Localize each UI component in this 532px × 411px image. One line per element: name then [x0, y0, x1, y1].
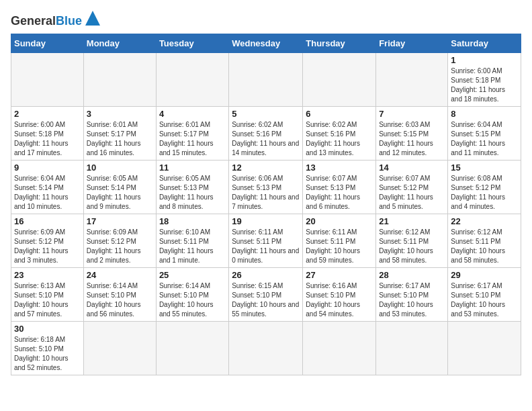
- weekday-header-sunday: Sunday: [11, 34, 84, 53]
- calendar-cell: 5Sunrise: 6:02 AM Sunset: 5:16 PM Daylig…: [229, 107, 303, 161]
- calendar-cell: 22Sunrise: 6:12 AM Sunset: 5:11 PM Dayli…: [448, 214, 521, 268]
- calendar-cell: 8Sunrise: 6:04 AM Sunset: 5:15 PM Daylig…: [448, 107, 521, 161]
- calendar-cell: 25Sunrise: 6:14 AM Sunset: 5:10 PM Dayli…: [156, 268, 228, 322]
- calendar-cell: 15Sunrise: 6:08 AM Sunset: 5:12 PM Dayli…: [448, 161, 521, 214]
- calendar-cell: [83, 53, 156, 107]
- day-number: 15: [451, 163, 518, 173]
- day-number: 5: [232, 109, 300, 119]
- calendar-cell: 30Sunrise: 6:18 AM Sunset: 5:10 PM Dayli…: [11, 322, 84, 375]
- calendar-cell: 14Sunrise: 6:07 AM Sunset: 5:12 PM Dayli…: [376, 161, 448, 214]
- day-info: Sunrise: 6:12 AM Sunset: 5:11 PM Dayligh…: [379, 228, 445, 265]
- calendar-cell: 11Sunrise: 6:05 AM Sunset: 5:13 PM Dayli…: [156, 161, 228, 214]
- day-number: 30: [14, 324, 81, 334]
- page-header: GeneralBlue: [11, 11, 521, 27]
- calendar-cell: [448, 322, 521, 375]
- weekday-header-saturday: Saturday: [448, 34, 521, 53]
- calendar-cell: 13Sunrise: 6:07 AM Sunset: 5:13 PM Dayli…: [303, 161, 376, 214]
- day-info: Sunrise: 6:08 AM Sunset: 5:12 PM Dayligh…: [451, 174, 518, 212]
- logo-icon: [85, 11, 100, 26]
- calendar-cell: 24Sunrise: 6:14 AM Sunset: 5:10 PM Dayli…: [83, 268, 156, 322]
- calendar-cell: 1Sunrise: 6:00 AM Sunset: 5:18 PM Daylig…: [448, 53, 521, 107]
- day-info: Sunrise: 6:05 AM Sunset: 5:14 PM Dayligh…: [87, 174, 153, 212]
- calendar-cell: 16Sunrise: 6:09 AM Sunset: 5:12 PM Dayli…: [11, 214, 84, 268]
- day-number: 13: [306, 163, 373, 173]
- day-number: 2: [14, 109, 81, 119]
- day-number: 25: [159, 270, 226, 280]
- calendar-cell: 18Sunrise: 6:10 AM Sunset: 5:11 PM Dayli…: [156, 214, 228, 268]
- day-number: 18: [159, 216, 226, 226]
- day-number: 16: [14, 216, 81, 226]
- day-info: Sunrise: 6:06 AM Sunset: 5:13 PM Dayligh…: [232, 174, 300, 212]
- day-info: Sunrise: 6:02 AM Sunset: 5:16 PM Dayligh…: [306, 120, 373, 158]
- week-row-4: 23Sunrise: 6:13 AM Sunset: 5:10 PM Dayli…: [11, 268, 521, 322]
- day-info: Sunrise: 6:01 AM Sunset: 5:17 PM Dayligh…: [159, 120, 226, 158]
- calendar-cell: 27Sunrise: 6:16 AM Sunset: 5:10 PM Dayli…: [303, 268, 376, 322]
- day-info: Sunrise: 6:15 AM Sunset: 5:10 PM Dayligh…: [232, 281, 300, 319]
- week-row-0: 1Sunrise: 6:00 AM Sunset: 5:18 PM Daylig…: [11, 53, 521, 107]
- week-row-1: 2Sunrise: 6:00 AM Sunset: 5:18 PM Daylig…: [11, 107, 521, 161]
- calendar-cell: [229, 53, 303, 107]
- day-number: 8: [451, 109, 518, 119]
- day-number: 26: [232, 270, 300, 280]
- weekday-header-row: SundayMondayTuesdayWednesdayThursdayFrid…: [11, 34, 521, 53]
- week-row-2: 9Sunrise: 6:04 AM Sunset: 5:14 PM Daylig…: [11, 161, 521, 214]
- day-number: 19: [232, 216, 300, 226]
- calendar-cell: 21Sunrise: 6:12 AM Sunset: 5:11 PM Dayli…: [376, 214, 448, 268]
- weekday-header-tuesday: Tuesday: [156, 34, 228, 53]
- day-info: Sunrise: 6:01 AM Sunset: 5:17 PM Dayligh…: [87, 120, 153, 158]
- day-info: Sunrise: 6:11 AM Sunset: 5:11 PM Dayligh…: [232, 228, 300, 265]
- calendar-cell: 9Sunrise: 6:04 AM Sunset: 5:14 PM Daylig…: [11, 161, 84, 214]
- calendar-cell: [303, 53, 376, 107]
- day-info: Sunrise: 6:17 AM Sunset: 5:10 PM Dayligh…: [451, 281, 518, 319]
- day-info: Sunrise: 6:14 AM Sunset: 5:10 PM Dayligh…: [159, 281, 226, 319]
- day-number: 3: [87, 109, 153, 119]
- calendar-cell: 10Sunrise: 6:05 AM Sunset: 5:14 PM Dayli…: [83, 161, 156, 214]
- day-info: Sunrise: 6:17 AM Sunset: 5:10 PM Dayligh…: [379, 281, 445, 319]
- day-number: 28: [379, 270, 445, 280]
- calendar-cell: [303, 322, 376, 375]
- week-row-5: 30Sunrise: 6:18 AM Sunset: 5:10 PM Dayli…: [11, 322, 521, 375]
- day-info: Sunrise: 6:04 AM Sunset: 5:14 PM Dayligh…: [14, 174, 81, 212]
- calendar-cell: [376, 53, 448, 107]
- day-info: Sunrise: 6:10 AM Sunset: 5:11 PM Dayligh…: [159, 228, 226, 265]
- weekday-header-friday: Friday: [376, 34, 448, 53]
- weekday-header-wednesday: Wednesday: [229, 34, 303, 53]
- week-row-3: 16Sunrise: 6:09 AM Sunset: 5:12 PM Dayli…: [11, 214, 521, 268]
- day-number: 6: [306, 109, 373, 119]
- calendar-cell: 3Sunrise: 6:01 AM Sunset: 5:17 PM Daylig…: [83, 107, 156, 161]
- day-info: Sunrise: 6:14 AM Sunset: 5:10 PM Dayligh…: [87, 281, 153, 319]
- day-info: Sunrise: 6:09 AM Sunset: 5:12 PM Dayligh…: [87, 228, 153, 265]
- day-number: 23: [14, 270, 81, 280]
- day-number: 4: [159, 109, 226, 119]
- calendar-cell: [156, 53, 228, 107]
- day-number: 7: [379, 109, 445, 119]
- logo-text: GeneralBlue: [11, 15, 82, 27]
- calendar-cell: [83, 322, 156, 375]
- day-info: Sunrise: 6:07 AM Sunset: 5:13 PM Dayligh…: [306, 174, 373, 212]
- calendar-cell: [156, 322, 228, 375]
- day-number: 1: [451, 55, 518, 65]
- day-number: 27: [306, 270, 373, 280]
- day-info: Sunrise: 6:00 AM Sunset: 5:18 PM Dayligh…: [14, 120, 81, 158]
- day-info: Sunrise: 6:05 AM Sunset: 5:13 PM Dayligh…: [159, 174, 226, 212]
- day-info: Sunrise: 6:09 AM Sunset: 5:12 PM Dayligh…: [14, 228, 81, 265]
- calendar-cell: 12Sunrise: 6:06 AM Sunset: 5:13 PM Dayli…: [229, 161, 303, 214]
- day-info: Sunrise: 6:03 AM Sunset: 5:15 PM Dayligh…: [379, 120, 445, 158]
- logo: GeneralBlue: [11, 11, 100, 27]
- calendar-cell: 26Sunrise: 6:15 AM Sunset: 5:10 PM Dayli…: [229, 268, 303, 322]
- day-number: 10: [87, 163, 153, 173]
- calendar-cell: 19Sunrise: 6:11 AM Sunset: 5:11 PM Dayli…: [229, 214, 303, 268]
- calendar-cell: 29Sunrise: 6:17 AM Sunset: 5:10 PM Dayli…: [448, 268, 521, 322]
- day-number: 21: [379, 216, 445, 226]
- calendar-cell: 2Sunrise: 6:00 AM Sunset: 5:18 PM Daylig…: [11, 107, 84, 161]
- calendar-cell: [229, 322, 303, 375]
- day-info: Sunrise: 6:12 AM Sunset: 5:11 PM Dayligh…: [451, 228, 518, 265]
- day-number: 12: [232, 163, 300, 173]
- day-info: Sunrise: 6:18 AM Sunset: 5:10 PM Dayligh…: [14, 335, 81, 373]
- calendar-cell: [376, 322, 448, 375]
- day-number: 24: [87, 270, 153, 280]
- day-number: 17: [87, 216, 153, 226]
- day-number: 9: [14, 163, 81, 173]
- day-number: 22: [451, 216, 518, 226]
- weekday-header-monday: Monday: [83, 34, 156, 53]
